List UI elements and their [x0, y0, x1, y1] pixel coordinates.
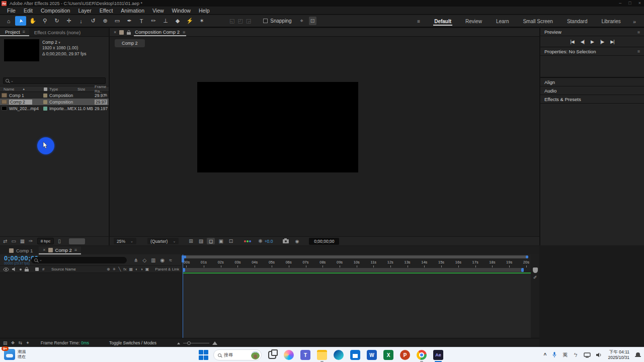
- layer-lanes-area[interactable]: [183, 274, 531, 338]
- solo-icon[interactable]: [20, 268, 22, 270]
- current-timecode[interactable]: 0;00;00;00: [4, 255, 31, 261]
- source-name-column[interactable]: Source Name: [51, 267, 107, 272]
- properties-panel-title[interactable]: Properties: No Selection: [544, 49, 596, 54]
- time-ruler[interactable]: :00s01s02s03s04s05s06s07s08s09s10s11s12s…: [183, 259, 529, 267]
- delete-icon[interactable]: ▯: [58, 238, 61, 244]
- snapping-option-icon[interactable]: ⊡: [309, 17, 316, 25]
- timeline-header-icon[interactable]: ◉: [160, 257, 165, 263]
- workspace-tab[interactable]: Libraries: [595, 17, 628, 26]
- taskbar-app-button[interactable]: Ae: [432, 349, 444, 361]
- view-option-icon[interactable]: ◻: [207, 238, 215, 244]
- axis-mode-icon[interactable]: ◲: [246, 18, 251, 24]
- taskbar-app-button[interactable]: [349, 349, 361, 361]
- taskbar-app-button[interactable]: [266, 349, 278, 361]
- audio-icon[interactable]: [12, 267, 17, 272]
- taskbar-app-button[interactable]: [333, 349, 345, 361]
- panel-menu-icon[interactable]: ≡: [74, 247, 77, 252]
- ime-mode-indicator[interactable]: ㄅ: [573, 351, 578, 358]
- parent-link-column[interactable]: Parent & Link: [155, 267, 179, 272]
- taskbar-app-button[interactable]: P: [399, 349, 411, 361]
- tool-button[interactable]: ➤: [15, 16, 26, 26]
- label-color-chip[interactable]: [43, 107, 47, 111]
- composition-timecode[interactable]: 0;00;00;00: [309, 238, 339, 245]
- notification-bell-icon[interactable]: [635, 352, 641, 358]
- column-type[interactable]: Type: [49, 87, 77, 92]
- tool-button[interactable]: ◆: [172, 16, 183, 26]
- speaker-icon[interactable]: [596, 352, 602, 357]
- selected-item-name[interactable]: Comp 2 ▾: [42, 40, 86, 45]
- project-row[interactable]: WIN_202...mp4 Importe...MEX 11.0 MB 29.1…: [0, 105, 109, 112]
- comp-button-icon[interactable]: ✐: [531, 275, 539, 280]
- switch-column-icon[interactable]: ◐: [135, 267, 138, 272]
- resolution-select[interactable]: (Quarter) ⌄: [147, 238, 179, 244]
- eye-icon[interactable]: [3, 267, 9, 272]
- layer-number-column[interactable]: #: [42, 267, 51, 272]
- lock-icon[interactable]: [127, 30, 131, 35]
- taskbar-app-button[interactable]: X: [382, 349, 394, 361]
- toggle-switches-modes-button[interactable]: Toggle Switches / Modes: [109, 340, 156, 345]
- magnification-select[interactable]: 25% ⌄: [114, 238, 136, 244]
- transport-button[interactable]: |▶: [600, 39, 604, 44]
- start-button[interactable]: [198, 350, 209, 360]
- view-option-icon[interactable]: ⊞: [187, 238, 195, 244]
- microphone-icon[interactable]: [552, 351, 557, 358]
- preview-panel-title[interactable]: Preview: [544, 29, 561, 35]
- tool-button[interactable]: T: [136, 16, 147, 26]
- comp-marker-bin-icon[interactable]: [533, 267, 538, 273]
- zoom-in-icon[interactable]: [212, 341, 217, 345]
- taskbar-app-button[interactable]: W: [366, 349, 378, 361]
- switch-column-icon[interactable]: ◑: [140, 267, 143, 272]
- menu-item[interactable]: Layer: [74, 8, 95, 14]
- collapsed-panel-tab[interactable]: Align: [540, 78, 644, 86]
- timeline-header-icon[interactable]: ▥: [151, 257, 155, 263]
- menu-item[interactable]: File: [3, 8, 20, 14]
- tool-button[interactable]: ⌂: [3, 16, 14, 26]
- taskbar-app-button[interactable]: [416, 349, 428, 361]
- network-icon[interactable]: [584, 352, 591, 358]
- clock[interactable]: 下午 04:11 2025/10/31: [608, 349, 629, 360]
- timeline-footer-icon[interactable]: ✦: [26, 340, 30, 345]
- timeline-header-icon[interactable]: ≈: [169, 257, 172, 263]
- tray-overflow-icon[interactable]: ^: [543, 352, 546, 358]
- tool-button[interactable]: ✒: [124, 16, 135, 26]
- panel-menu-icon[interactable]: ≡: [637, 30, 640, 35]
- workspace-tab[interactable]: Small Screen: [516, 17, 559, 26]
- snapping-option-icon[interactable]: ⌖: [298, 17, 304, 25]
- workspace-menu-icon[interactable]: ≡: [417, 19, 420, 24]
- menu-item[interactable]: Effect: [96, 8, 117, 14]
- playhead[interactable]: [182, 254, 184, 274]
- taskbar-app-button[interactable]: T: [299, 349, 311, 361]
- composition-frame[interactable]: [197, 82, 358, 172]
- timeline-zoom-slider[interactable]: [177, 341, 217, 345]
- snapshot-camera-icon[interactable]: [283, 239, 289, 243]
- tab-composition[interactable]: Composition Comp 2 ≡: [134, 28, 186, 36]
- snapping-checkbox[interactable]: [263, 19, 268, 23]
- workspace-tab[interactable]: Default: [427, 17, 458, 26]
- view-option-icon[interactable]: ⊡: [227, 238, 235, 244]
- weather-widget[interactable]: 9+ 潮濕 現在: [4, 349, 26, 360]
- viewer-comp-tab[interactable]: Comp 2: [115, 39, 145, 47]
- timeline-navigator[interactable]: [184, 255, 528, 258]
- panel-menu-icon[interactable]: ≡: [23, 29, 25, 34]
- tool-button[interactable]: ✏: [148, 16, 159, 26]
- timeline-header-icon[interactable]: ⋔: [134, 257, 138, 263]
- taskbar-app-button[interactable]: [316, 349, 328, 361]
- menu-item[interactable]: Animation: [117, 8, 148, 14]
- switch-column-icon[interactable]: ▦: [129, 267, 133, 272]
- tool-button[interactable]: ⊥: [160, 16, 171, 26]
- timeline-header-icon[interactable]: ◇: [142, 257, 146, 263]
- tool-button[interactable]: ✶: [196, 16, 207, 26]
- transport-button[interactable]: ◀|: [581, 39, 584, 44]
- column-size[interactable]: Size: [77, 87, 95, 92]
- tool-button[interactable]: ⊕: [100, 16, 111, 26]
- tab-project[interactable]: Project ≡: [0, 28, 29, 36]
- axis-mode-icon[interactable]: ◱: [229, 18, 234, 24]
- project-row[interactable]: Comp 2 Composition 29.97 ⋔: [0, 99, 109, 105]
- menu-item[interactable]: Composition: [37, 8, 74, 14]
- switch-column-icon[interactable]: ⊕: [107, 267, 110, 272]
- project-footer-icon[interactable]: ✑: [29, 238, 33, 244]
- workspace-tab[interactable]: Standard: [560, 17, 595, 26]
- tool-button[interactable]: ✋: [27, 16, 38, 26]
- workspace-tab[interactable]: Review: [458, 17, 489, 26]
- tool-button[interactable]: ↻: [51, 16, 62, 26]
